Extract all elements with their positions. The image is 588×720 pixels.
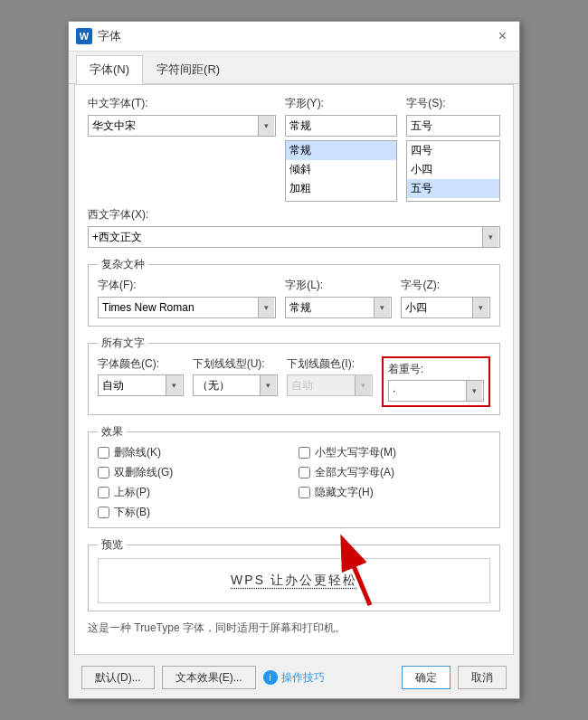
all-caps-item[interactable]: 全部大写字母(A) (299, 465, 490, 480)
hidden-item[interactable]: 隐藏文字(H) (299, 485, 490, 500)
font-color-select[interactable]: 自动 (98, 374, 184, 396)
preview-section: 预览 WPS 让办公更轻松 (88, 537, 500, 611)
font-dialog: W 字体 × 字体(N) 字符间距(R) 中文字体(T): 华文中宋 ▾ 字形(… (68, 21, 520, 699)
complex-row: 字体(F): Times New Roman ▾ 字形(L): 常规 (98, 278, 490, 318)
hidden-label: 隐藏文字(H) (315, 485, 374, 500)
complex-style-group: 字形(L): 常规 ▾ (285, 278, 392, 318)
strikethrough-label: 删除线(K) (114, 445, 161, 460)
effects-col2: 小型大写字母(M) 全部大写字母(A) 隐藏文字(H) (299, 445, 490, 520)
style-item-italic[interactable]: 倾斜 (286, 160, 397, 179)
font-color-label: 字体颜色(C): (98, 356, 184, 372)
font-color-group: 字体颜色(C): 自动 ▾ (98, 356, 184, 407)
complex-size-label: 字号(Z): (401, 278, 490, 293)
double-strike-label: 双删除线(G) (114, 465, 173, 480)
underline-type-group: 下划线线型(U): （无） ▾ (193, 356, 279, 407)
complex-size-group: 字号(Z): 小四 ▾ (401, 278, 490, 318)
size-item-4[interactable]: 四号 (407, 141, 499, 160)
double-strike-item[interactable]: 双删除线(G) (98, 465, 289, 480)
dialog-content: 中文字体(T): 华文中宋 ▾ 字形(Y): 常规 倾斜 加粗 (74, 84, 514, 655)
effects-section: 效果 删除线(K) 双删除线(G) 上标(P) (88, 424, 500, 528)
effects-col1: 删除线(K) 双删除线(G) 上标(P) 下标(B) (98, 445, 289, 520)
en-font-row: 西文字体(X): +西文正文 ▾ (88, 207, 500, 248)
default-button[interactable]: 默认(D)... (81, 666, 155, 689)
preview-box: WPS 让办公更轻松 (98, 558, 490, 603)
superscript-checkbox[interactable] (98, 487, 109, 498)
tab-bar: 字体(N) 字符间距(R) (69, 52, 519, 84)
all-text-section: 所有文字 字体颜色(C): 自动 ▾ 下划线线型(U): （无） (88, 336, 500, 415)
subscript-checkbox[interactable] (98, 507, 109, 518)
size-input[interactable] (406, 115, 500, 137)
complex-size-select[interactable]: 小四 (401, 297, 490, 318)
style-item-bold[interactable]: 加粗 (286, 179, 397, 198)
emphasis-select[interactable]: · (388, 380, 484, 402)
tab-font[interactable]: 字体(N) (76, 55, 143, 84)
en-font-group: 西文字体(X): +西文正文 ▾ (88, 207, 500, 248)
all-text-title: 所有文字 (98, 336, 148, 351)
complex-style-select[interactable]: 常规 (285, 297, 392, 318)
subscript-item[interactable]: 下标(B) (98, 505, 289, 520)
cancel-button[interactable]: 取消 (458, 666, 507, 689)
style-item-regular[interactable]: 常规 (286, 141, 397, 160)
style-group: 字形(Y): 常规 倾斜 加粗 (285, 96, 398, 202)
ops-icon: i (263, 670, 278, 685)
emphasis-group: 着重号: · ▾ (382, 356, 490, 407)
ops-label: 操作技巧 (281, 670, 325, 686)
complex-font-select[interactable]: Times New Roman (98, 297, 276, 318)
underline-type-select[interactable]: （无） (193, 374, 279, 396)
superscript-item[interactable]: 上标(P) (98, 485, 289, 500)
effects-row: 删除线(K) 双删除线(G) 上标(P) 下标(B) (98, 445, 490, 520)
cn-font-select[interactable]: 华文中宋 (88, 115, 276, 137)
size-item-small4[interactable]: 小四 (407, 160, 499, 179)
en-font-select[interactable]: +西文正文 (88, 226, 500, 248)
effects-title: 效果 (98, 424, 127, 440)
close-button[interactable]: × (493, 27, 512, 45)
tip-text: 这是一种 TrueType 字体，同时适用于屏幕和打印机。 (88, 621, 500, 636)
title-bar: W 字体 × (69, 22, 519, 52)
complex-font-group: 字体(F): Times New Roman ▾ (98, 278, 276, 318)
all-text-row: 字体颜色(C): 自动 ▾ 下划线线型(U): （无） ▾ (98, 356, 490, 407)
text-effects-button[interactable]: 文本效果(E)... (162, 666, 256, 689)
style-listbox[interactable]: 常规 倾斜 加粗 (285, 140, 398, 202)
confirm-button[interactable]: 确定 (402, 666, 450, 689)
emphasis-label: 着重号: (388, 362, 484, 377)
size-listbox[interactable]: 四号 小四 五号 (406, 140, 500, 202)
underline-color-label: 下划线颜色(I): (287, 356, 373, 372)
tab-spacing[interactable]: 字符间距(R) (143, 55, 233, 83)
style-label: 字形(Y): (285, 96, 398, 111)
dialog-title: 字体 (98, 28, 121, 44)
small-caps-checkbox[interactable] (299, 447, 310, 459)
footer: 默认(D)... 文本效果(E)... i 操作技巧 确定 取消 (69, 660, 519, 698)
preview-text: WPS 让办公更轻松 (231, 573, 357, 589)
cn-font-label: 中文字体(T): (88, 96, 276, 111)
style-input[interactable] (285, 115, 398, 137)
complex-font-label: 字体(F): (98, 278, 276, 293)
complex-title: 复杂文种 (98, 257, 148, 272)
underline-color-select[interactable]: 自动 (287, 374, 373, 396)
preview-title: 预览 (98, 537, 127, 553)
superscript-label: 上标(P) (114, 485, 150, 500)
ops-hint: i 操作技巧 (263, 670, 325, 686)
underline-type-label: 下划线线型(U): (193, 356, 279, 372)
complex-section: 复杂文种 字体(F): Times New Roman ▾ 字形(L): (88, 257, 500, 327)
en-font-label: 西文字体(X): (88, 207, 500, 223)
underline-color-group: 下划线颜色(I): 自动 ▾ (287, 356, 373, 407)
size-item-5[interactable]: 五号 (407, 179, 499, 198)
subscript-label: 下标(B) (114, 505, 150, 520)
small-caps-item[interactable]: 小型大写字母(M) (299, 445, 490, 460)
cn-font-group: 中文字体(T): 华文中宋 ▾ (88, 96, 276, 202)
double-strike-checkbox[interactable] (98, 467, 109, 478)
complex-style-label: 字形(L): (285, 278, 392, 293)
all-caps-label: 全部大写字母(A) (315, 465, 394, 480)
small-caps-label: 小型大写字母(M) (315, 445, 396, 460)
size-group: 字号(S): 四号 小四 五号 (406, 96, 500, 202)
wps-logo: W (76, 28, 92, 44)
strikethrough-checkbox[interactable] (98, 447, 109, 459)
strikethrough-item[interactable]: 删除线(K) (98, 445, 289, 460)
hidden-checkbox[interactable] (299, 487, 310, 498)
size-label: 字号(S): (406, 96, 500, 111)
cn-font-row: 中文字体(T): 华文中宋 ▾ 字形(Y): 常规 倾斜 加粗 (88, 96, 500, 202)
all-caps-checkbox[interactable] (299, 467, 310, 478)
